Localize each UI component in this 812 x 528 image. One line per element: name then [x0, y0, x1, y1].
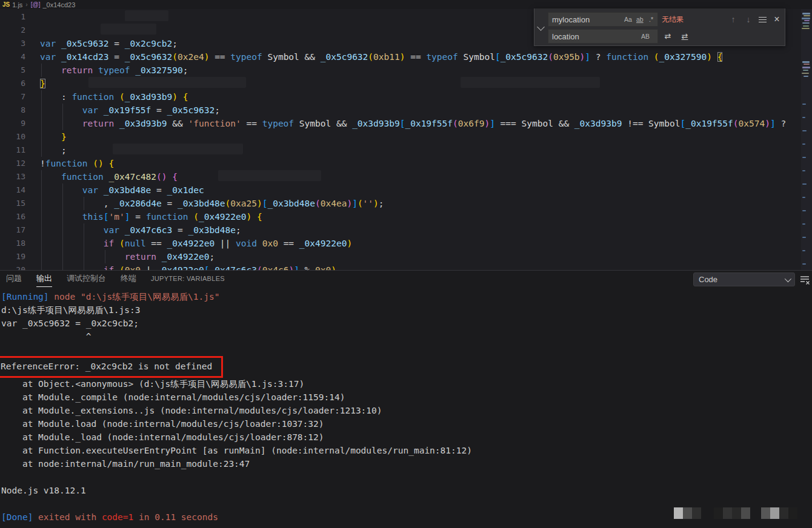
output-line: at node:internal/main/run_main_module:23… — [1, 457, 472, 470]
error-message-boxed: ReferenceError: _0x2c9cb2 is not defined — [1, 357, 472, 377]
redacted-block — [761, 507, 797, 519]
output-channel-label: Code — [699, 275, 717, 284]
blur-artifact — [101, 24, 156, 35]
toggle-replace-chevron-icon[interactable] — [537, 23, 545, 31]
previous-match-icon[interactable]: ↑ — [727, 12, 739, 27]
output-line: at Module._load (node:internal/modules/c… — [1, 431, 472, 444]
line-numbers: 1234567891011121314151617181920 — [0, 10, 25, 270]
replace-all-icon[interactable]: ⇄ — [679, 29, 691, 44]
blur-artifact — [88, 77, 246, 88]
code-line[interactable]: if (null == _0x4922e0 || void 0x0 == _0x… — [40, 237, 801, 250]
code-line[interactable]: return typeof _0x327590; — [40, 64, 801, 77]
find-results-count: 无结果 — [662, 12, 684, 27]
output-line: var _0x5c9632 = _0x2c9cb2; — [1, 317, 472, 330]
code-line[interactable]: this['m'] = function (_0x4922e0) { — [40, 210, 801, 223]
output-line: ^ — [1, 330, 472, 343]
bottom-panel: 问题 输出 调试控制台 终端 JUPYTER: VARIABLES Code [… — [0, 270, 812, 528]
code-line[interactable]: , _0x286d4e = _0x3bd48e(0xa25)[_0x3bd48e… — [40, 197, 801, 210]
tab-problems[interactable]: 问题 — [6, 273, 22, 286]
output-line — [1, 470, 472, 484]
code-line[interactable]: } — [40, 130, 801, 144]
code-line[interactable]: var _0x47c6c3 = _0x3bd48e; — [40, 223, 801, 237]
replace-icon[interactable]: ⇄ — [662, 29, 674, 44]
output-line — [1, 497, 472, 510]
output-line: d:\js练手项目\网易易盾\1.js:3 — [1, 303, 472, 317]
code-line[interactable]: : function (_0x3d93b9) { — [40, 90, 801, 104]
vscode-window: JS 1.js › [@] _0x14cd23 1234567891011121… — [0, 0, 812, 528]
redacted-block — [714, 507, 750, 519]
code-line[interactable]: var _0x3bd48e = _0x1dec — [40, 183, 801, 197]
output-channel-select[interactable]: Code — [693, 272, 795, 286]
clear-output-icon[interactable] — [799, 274, 811, 286]
tab-debug-console[interactable]: 调试控制台 — [67, 273, 106, 286]
redacted-block — [674, 507, 701, 519]
find-in-selection-icon[interactable] — [759, 16, 767, 22]
blur-artifact — [218, 170, 321, 181]
output-log: [Running] node "d:\js练手项目\网易易盾\1.js"d:\j… — [1, 290, 472, 524]
code-editor[interactable]: 1234567891011121314151617181920 var _0x5… — [0, 9, 812, 270]
next-match-icon[interactable]: ↓ — [742, 12, 754, 27]
code-line[interactable]: return _0x3d93b9 && 'function' == typeof… — [40, 117, 801, 130]
code-line[interactable]: var _0x14cd23 = _0x5c9632(0x2e4) == type… — [40, 50, 801, 64]
find-replace-widget: Aa ab .* 无结果 ↑ ↓ × AB ⇄ ⇄ — [534, 8, 785, 46]
output-line: [Running] node "d:\js练手项目\网易易盾\1.js" — [1, 290, 472, 303]
output-line: at Module.load (node:internal/modules/cj… — [1, 417, 472, 431]
output-line: at Module._extensions..js (node:internal… — [1, 404, 472, 417]
code-line[interactable]: function _0x47c482() { — [40, 170, 801, 183]
code-line[interactable]: if (0x0 | _0x4922e0[_0x47c6c3(0x4c6)] % … — [40, 263, 801, 270]
whole-word-icon[interactable]: ab — [636, 12, 644, 27]
minimap[interactable] — [801, 9, 812, 270]
output-line: Node.js v18.12.1 — [1, 484, 472, 497]
tab-output[interactable]: 输出 — [36, 273, 52, 287]
output-line: at Object.<anonymous> (d:\js练手项目\网易易盾\1.… — [1, 377, 472, 391]
tab-jupyter-variables[interactable]: JUPYTER: VARIABLES — [151, 275, 225, 285]
code-line[interactable]: !function () { — [40, 157, 801, 170]
code-content[interactable]: var _0x5c9632 = _0x2c9cb2;var _0x14cd23 … — [40, 10, 801, 270]
js-file-icon: JS — [2, 1, 10, 8]
blur-artifact — [113, 144, 243, 154]
breadcrumb: JS 1.js › [@] _0x14cd23 — [0, 0, 812, 9]
output-line: [Done] exited with code=1 in 0.11 second… — [1, 510, 472, 524]
symbol-variable-icon: [@] — [31, 1, 41, 8]
output-line — [1, 343, 472, 357]
regex-icon[interactable]: .* — [649, 12, 653, 27]
close-icon[interactable]: × — [771, 12, 783, 27]
preserve-case-icon[interactable]: AB — [641, 29, 650, 44]
blur-artifact — [125, 10, 168, 21]
code-line[interactable]: var _0x19f55f = _0x5c9632; — [40, 104, 801, 117]
output-line: at Module._compile (node:internal/module… — [1, 391, 472, 404]
tab-terminal[interactable]: 终端 — [121, 273, 136, 286]
output-line: at Function.executeUserEntryPoint [as ru… — [1, 444, 472, 457]
breadcrumb-file[interactable]: 1.js — [12, 1, 22, 8]
code-line[interactable]: return _0x4922e0; — [40, 250, 801, 263]
breadcrumb-symbol[interactable]: _0x14cd23 — [42, 1, 75, 8]
breadcrumb-separator-icon: › — [25, 1, 27, 8]
chevron-down-icon — [785, 275, 791, 282]
panel-tabs: 问题 输出 调试控制台 终端 JUPYTER: VARIABLES — [6, 271, 225, 289]
match-case-icon[interactable]: Aa — [624, 12, 632, 27]
blur-artifact — [461, 77, 600, 88]
